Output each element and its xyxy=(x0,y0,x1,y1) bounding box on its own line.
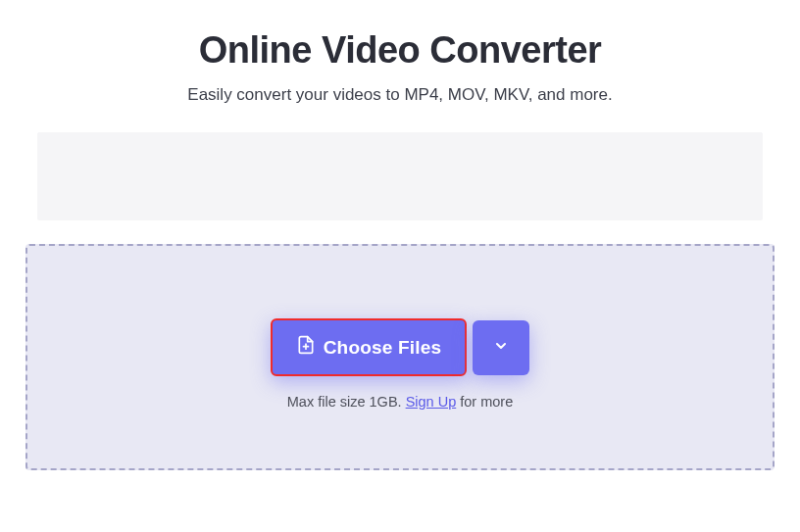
button-row: Choose Files xyxy=(47,318,753,376)
ad-banner-placeholder xyxy=(37,132,763,220)
page-subtitle: Easily convert your videos to MP4, MOV, … xyxy=(20,85,780,105)
hint-prefix: Max file size 1GB. xyxy=(287,394,406,410)
hint-suffix: for more xyxy=(456,394,513,410)
choose-files-button[interactable]: Choose Files xyxy=(271,318,468,376)
file-size-hint: Max file size 1GB. Sign Up for more xyxy=(47,394,753,410)
add-file-icon xyxy=(296,335,316,360)
signup-link[interactable]: Sign Up xyxy=(406,394,457,410)
file-dropzone[interactable]: Choose Files Max file size 1GB. Sign Up … xyxy=(25,244,775,470)
chevron-down-icon xyxy=(493,338,509,357)
page-title: Online Video Converter xyxy=(20,29,780,72)
choose-files-label: Choose Files xyxy=(324,337,442,359)
choose-files-dropdown-button[interactable] xyxy=(473,320,529,375)
page-container: Online Video Converter Easily convert yo… xyxy=(0,0,800,470)
